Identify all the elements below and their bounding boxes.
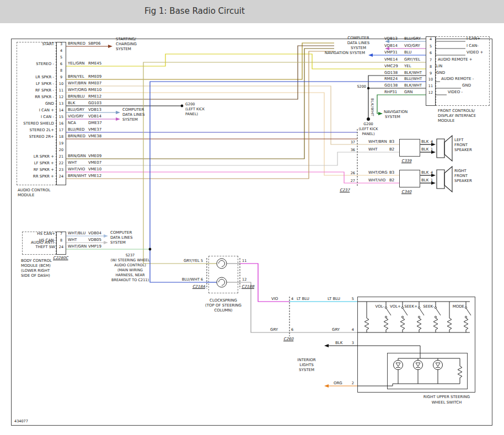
acm-pin-number: 15 (56, 115, 66, 119)
terminal-label: B3 (389, 139, 394, 144)
clockspring-pin: 11 (242, 259, 246, 263)
acm-pin-name: START (17, 42, 54, 47)
system-ref: COMPUTER (335, 36, 382, 41)
wire-color-label: BLU/RED (68, 127, 85, 132)
clockspring-pin: 6 (201, 277, 203, 282)
system-ref: SYSTEM (385, 115, 400, 120)
terminal-label: B2 (389, 147, 394, 152)
switch-button-label: SEEK+ (402, 304, 417, 309)
system-ref: DATA LINES (122, 112, 144, 117)
connector-id: C237 (340, 188, 350, 193)
wire-circuit-label: VME07 (88, 160, 101, 165)
clockspring-name: COLUMN) (194, 308, 253, 313)
figure-title: Fig 1: Base Radio Circuit (144, 6, 245, 16)
splice-note: AUDIO CONTROL) (98, 263, 162, 267)
acm-pin-name: STEREO - (17, 62, 54, 67)
clockspring-name: (TOP OF STEERING (194, 303, 253, 308)
wire-circuit-label: RME12 (88, 94, 101, 99)
switch-button-label: VOL- (369, 304, 384, 309)
bcm-module-name: SIDE OF DASH) (21, 273, 50, 278)
speaker-name: FRONT (454, 174, 468, 179)
wire-circuit-label: VDB14 (88, 114, 101, 119)
system-ref: DATA LINES (110, 235, 132, 240)
fcdim-pin-number: 6 (426, 51, 436, 55)
wire-color-label: BLK/WHT (404, 83, 422, 88)
wire-circuit-label: RME24 (384, 77, 398, 82)
connector-pin-number: 4 (291, 297, 293, 301)
fcdim-pin-number: 12 (426, 90, 436, 95)
system-ref: LIGHTS (290, 363, 323, 368)
switch-button-label: VOL+ (385, 304, 401, 309)
wire-color-label: VIO/GRY (404, 44, 420, 49)
terminal-label: B2 (389, 178, 394, 183)
acm-pin-number: 22 (56, 161, 66, 165)
acm-pin-name: STEREO 2R+ (17, 135, 54, 139)
left-speaker-connector-box (399, 139, 420, 157)
bcm-pin-number: 24 (56, 245, 66, 249)
wire-color-label: WHT/BRN (68, 81, 87, 86)
connector-pin-number: 27 (346, 179, 355, 183)
speaker-pin-number: 4 (431, 139, 433, 144)
speaker-name: FRONT (454, 143, 468, 148)
wire-color-label: WHT (368, 147, 377, 152)
connector-id: C339 (401, 159, 411, 164)
acm-pin-name: RR SPKR - (17, 95, 54, 100)
acm-pin-number: 12 (56, 95, 66, 99)
fcdim-pin-number: 8 (426, 65, 436, 69)
fcdim-pin-number: 9 (426, 71, 436, 76)
acm-pin-number: 10 (56, 82, 66, 86)
switch-name: RIGHT UPPER STEERING (409, 395, 484, 400)
splice-id: S200 (354, 84, 366, 89)
system-ref: INTERIOR (290, 358, 323, 363)
wire-color-label: YEL (404, 64, 411, 69)
connector-pin-number: 26 (346, 171, 355, 175)
wire-circuit-label: VMP31 (384, 50, 398, 55)
wire-color-label: BRN/RED (68, 41, 85, 46)
fcdim-pin-number: 7 (426, 58, 436, 62)
fcdim-pin-number: 4 (426, 37, 436, 41)
acm-pin-number: 17 (56, 128, 66, 132)
clockspring-name: CLOCKSPRING (194, 298, 253, 303)
acm-pin-name: GND (17, 101, 54, 106)
acm-pin-name: LF SPKR + (17, 161, 54, 166)
speaker-pin-number: 1 (431, 147, 433, 152)
wire-color-label: LT BLU (297, 297, 309, 302)
system-ref: SYSTEM (116, 47, 131, 52)
connector-pin-number: 36 (346, 148, 355, 152)
wire-color-label: GRY (332, 327, 340, 332)
connector-id: C340 (401, 190, 411, 195)
wire-color-label: GRY/YEL (176, 259, 200, 264)
connector-id: C218A (187, 284, 205, 289)
system-ref: SYSTEM (122, 117, 138, 122)
wire-circuit-label: GD103 (88, 101, 101, 106)
fcdim-pin-name: LIN (436, 64, 442, 69)
ground-label: (LEFT KICK (185, 107, 205, 111)
wire-color-label: WHT/VIO (368, 178, 385, 183)
bcm-pin-name: THEFT SW (23, 245, 55, 250)
wire-circuit-label: DME37 (88, 121, 102, 126)
acm-pin-number: 3 (56, 42, 66, 46)
connector-pin-number: 37 (346, 140, 355, 144)
wire-color-label: VIO (271, 297, 278, 302)
fcdim-pin-name: GND (436, 71, 445, 76)
ground-label: G200 (352, 122, 385, 126)
system-ref: COMPUTER (110, 230, 132, 235)
switch-name: WHEEL SWITCH (409, 400, 484, 405)
acm-pin-number: 6 (56, 62, 66, 66)
wire-circuit-label: VME10 (88, 167, 101, 172)
switch-button-label: SEEK- (419, 304, 434, 309)
wire-color-label: BLU/WHT (176, 277, 200, 282)
fcdim-pin-name: AUDIO REMOTE + (438, 57, 473, 62)
acm-module-name: AUDIO CONTROL (18, 188, 50, 193)
wire-circuit-label: VME14 (384, 57, 398, 62)
acm-pin-name: RF SPKR + (17, 168, 54, 173)
wire-color-label: WHT/BLU (68, 231, 85, 236)
wire-color-label: BLU/GRY (68, 108, 84, 112)
wire-color-label: GRY (270, 327, 278, 332)
wire-circuit-label: VMP19 (88, 244, 101, 249)
wire-color-label: WHT (68, 238, 77, 243)
fcdim-pin-name: AUDIO REMOTE - (441, 77, 474, 82)
fcdim-module-name: DISPLAY INTERFACE (438, 114, 476, 119)
system-ref: SYSTEM (290, 368, 323, 373)
figure-title-bar: Fig 1: Base Radio Circuit (0, 0, 504, 23)
